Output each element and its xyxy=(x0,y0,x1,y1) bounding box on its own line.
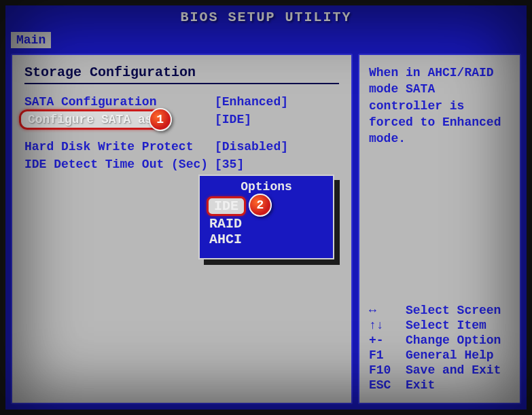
key-f10: F10 xyxy=(369,363,406,377)
annotation-marker-2: 2 xyxy=(249,194,272,217)
key-legend: ↔ Select Screen ↑↓ Select Item +- Change… xyxy=(369,304,510,393)
options-popup[interactable]: Options IDE 2 RAID AHCI xyxy=(198,175,334,259)
row-configure-sata-as[interactable]: Configure SATA as 1 [IDE] xyxy=(24,113,339,126)
key-plus-minus-icon: +- xyxy=(369,333,406,347)
title-bar: BIOS SETUP UTILITY xyxy=(5,5,527,29)
row-sata-configuration[interactable]: SATA Configuration [Enhanced] xyxy=(24,95,339,109)
key-change-option: +- Change Option xyxy=(369,333,510,347)
key-select-screen: ↔ Select Screen xyxy=(369,304,510,317)
help-panel: When in AHCI/RAID mode SATA controller i… xyxy=(358,54,521,404)
value-hd-write-protect: [Disabled] xyxy=(215,140,288,154)
key-f1: F1 xyxy=(369,348,406,362)
value-ide-detect-timeout: [35] xyxy=(215,158,244,171)
key-select-item-label: Select Item xyxy=(406,319,486,332)
help-text: When in AHCI/RAID mode SATA controller i… xyxy=(369,65,510,147)
label-sata-configuration: SATA Configuration xyxy=(24,95,215,109)
key-general-help-label: General Help xyxy=(406,348,494,362)
menu-bar[interactable]: Main xyxy=(5,29,527,51)
section-title: Storage Configuration xyxy=(24,65,339,80)
value-configure-sata-as: [IDE] xyxy=(215,113,251,126)
popup-title: Options xyxy=(207,180,326,194)
popup-item-ahci[interactable]: AHCI xyxy=(207,232,326,247)
key-select-item: ↑↓ Select Item xyxy=(369,319,510,332)
label-hd-write-protect: Hard Disk Write Protect xyxy=(24,140,215,154)
key-esc: ESC xyxy=(369,378,406,392)
bios-screen: BIOS SETUP UTILITY Main Storage Configur… xyxy=(5,5,527,410)
value-sata-configuration: [Enhanced] xyxy=(215,95,288,109)
content-area: Storage Configuration SATA Configuration… xyxy=(5,51,527,410)
annotation-marker-1: 1 xyxy=(149,108,172,131)
key-change-option-label: Change Option xyxy=(406,333,501,347)
key-arrow-lr-icon: ↔ xyxy=(369,304,406,317)
row-ide-detect-timeout[interactable]: IDE Detect Time Out (Sec) [35] xyxy=(24,158,339,171)
menu-main[interactable]: Main xyxy=(11,32,51,48)
key-arrow-ud-icon: ↑↓ xyxy=(369,319,406,332)
key-select-screen-label: Select Screen xyxy=(406,304,501,317)
key-save-exit: F10 Save and Exit xyxy=(369,363,510,377)
divider xyxy=(24,83,339,84)
main-panel: Storage Configuration SATA Configuration… xyxy=(11,54,353,404)
key-exit-label: Exit xyxy=(406,378,435,392)
key-general-help: F1 General Help xyxy=(369,348,510,362)
popup-item-raid[interactable]: RAID xyxy=(207,216,326,232)
label-configure-sata-as: Configure SATA as xyxy=(28,113,153,126)
highlight-configure-sata-as: Configure SATA as 1 xyxy=(19,109,162,130)
popup-item-ide[interactable]: IDE xyxy=(207,196,246,216)
label-ide-detect-timeout: IDE Detect Time Out (Sec) xyxy=(24,158,215,171)
key-save-exit-label: Save and Exit xyxy=(406,363,501,377)
key-exit: ESC Exit xyxy=(369,378,510,392)
row-hd-write-protect[interactable]: Hard Disk Write Protect [Disabled] xyxy=(24,140,339,154)
